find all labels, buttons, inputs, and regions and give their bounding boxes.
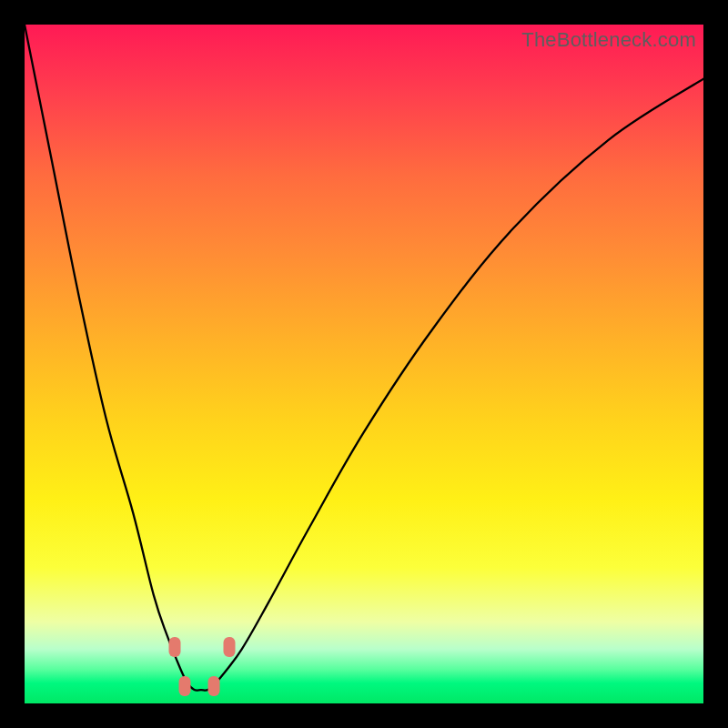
marker-right-floor [208,676,220,696]
marker-left-shoulder [168,637,180,657]
curve-markers [25,25,703,703]
marker-right-shoulder [223,637,235,657]
marker-left-floor [179,676,191,696]
chart-plot-area: TheBottleneck.com [25,25,703,703]
